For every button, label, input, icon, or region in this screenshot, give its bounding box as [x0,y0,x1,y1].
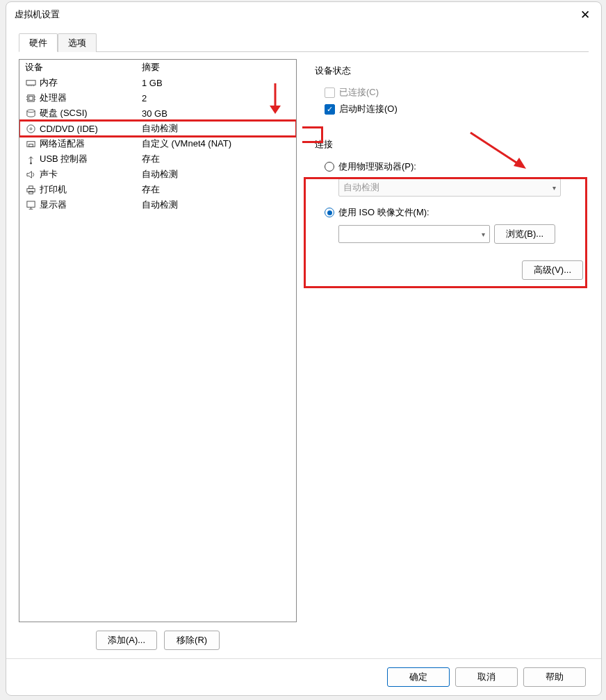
hardware-table-header: 设备 摘要 [19,60,296,75]
browse-button[interactable]: 浏览(B)... [494,224,555,244]
hardware-right-col: 设备状态 已连接(C) 启动时连接(O) 连接 使用物理驱动器(P): [311,59,589,658]
svg-rect-15 [28,144,33,147]
table-row[interactable]: 网络适配器 自定义 (VMnet4 (NAT) [19,136,296,151]
svg-rect-6 [28,96,33,100]
use-iso-radio-row[interactable]: 使用 ISO 映像文件(M): [315,203,589,222]
device-name: 网络适配器 [40,138,85,150]
device-name: USB 控制器 [40,153,88,165]
hardware-left-col: 设备 摘要 内存 1 GB 处理器 2 [19,59,297,658]
close-icon[interactable]: ✕ [580,8,590,22]
device-summary: 30 GB [140,108,296,119]
hardware-table: 设备 摘要 内存 1 GB 处理器 2 [19,59,297,622]
use-physical-radio[interactable] [325,162,334,172]
use-iso-radio[interactable] [325,208,334,217]
svg-point-13 [30,128,32,130]
tab-hardware[interactable]: 硬件 [19,33,58,52]
window-title: 虚拟机设置 [15,8,60,21]
svg-rect-3 [31,85,32,86]
device-name: 打印机 [40,183,67,196]
device-name: 处理器 [40,92,67,104]
ok-button[interactable]: 确定 [387,667,450,687]
device-name: 声卡 [40,168,58,181]
svg-rect-0 [26,80,35,85]
connection-label: 连接 [315,138,589,151]
advanced-row: 高级(V)... [315,260,589,280]
svg-point-12 [26,124,34,132]
device-name: 显示器 [40,199,67,211]
disk-icon [25,108,36,119]
use-physical-label: 使用物理驱动器(P): [338,160,416,173]
svg-rect-2 [29,85,30,86]
connection-group: 连接 使用物理驱动器(P): 自动检测 ▾ 使用 ISO 映像文件(M): [315,133,589,288]
table-row[interactable]: 显示器 自动检测 [19,197,296,212]
device-name: 硬盘 (SCSI) [40,107,88,119]
dialog-footer: 确定 取消 帮助 [6,658,601,695]
svg-rect-4 [33,85,34,86]
table-row[interactable]: 处理器 2 [19,90,296,106]
chevron-down-icon[interactable]: ▾ [482,231,485,238]
use-physical-radio-row[interactable]: 使用物理驱动器(P): [315,158,589,176]
cancel-button[interactable]: 取消 [455,667,518,687]
use-iso-label: 使用 ISO 映像文件(M): [338,206,429,219]
iso-path-input[interactable]: ▾ [338,225,490,243]
device-summary: 存在 [140,183,296,196]
advanced-button[interactable]: 高级(V)... [522,260,583,280]
display-icon [25,199,36,210]
connected-label: 已连接(C) [339,86,379,99]
sound-icon [25,169,36,180]
device-summary: 2 [140,93,296,103]
main-body: 设备 摘要 内存 1 GB 处理器 2 [19,52,589,658]
vm-settings-dialog: 虚拟机设置 ✕ 硬件 选项 设备 摘要 内存 1 G [6,1,602,696]
device-name: CD/DVD (IDE) [40,124,98,134]
table-row[interactable]: 硬盘 (SCSI) 30 GB [19,106,296,121]
svg-point-16 [30,162,32,164]
svg-rect-1 [27,85,28,86]
table-row[interactable]: USB 控制器 存在 [19,151,296,167]
iso-path-row: ▾ 浏览(B)... [338,224,589,244]
connect-at-poweron-row[interactable]: 启动时连接(O) [315,101,589,117]
table-row[interactable]: 内存 1 GB [19,75,296,90]
device-status-group: 设备状态 已连接(C) 启动时连接(O) [315,59,589,126]
connect-at-poweron-label: 启动时连接(O) [339,103,398,115]
device-summary: 自定义 (VMnet4 (NAT) [140,138,296,150]
tabs: 硬件 选项 [19,33,589,52]
device-summary: 存在 [140,153,296,165]
physical-drive-select-row: 自动检测 ▾ [338,178,589,197]
table-row[interactable]: CD/DVD (IDE) 自动检测 [19,121,296,136]
svg-rect-20 [26,201,34,206]
device-status-label: 设备状态 [315,65,589,77]
usb-icon [25,153,36,165]
col-device[interactable]: 设备 [19,61,140,74]
hw-action-buttons: 添加(A)... 移除(R) [19,622,297,658]
connected-checkbox-row: 已连接(C) [315,84,589,101]
hardware-table-body: 内存 1 GB 处理器 2 硬盘 (SCSI) 30 GB [19,75,296,212]
svg-rect-18 [28,185,33,188]
col-summary[interactable]: 摘要 [140,61,296,74]
tab-options[interactable]: 选项 [58,33,97,52]
device-summary: 自动检测 [140,199,296,211]
memory-icon [25,77,36,88]
table-row[interactable]: 打印机 存在 [19,182,296,197]
printer-icon [25,184,36,195]
titlebar: 虚拟机设置 ✕ [6,2,601,27]
device-summary: 自动检测 [140,168,296,181]
dialog-content: 硬件 选项 设备 摘要 内存 1 GB [6,27,601,658]
device-summary: 自动检测 [140,122,296,135]
connected-checkbox [325,88,335,98]
svg-point-11 [26,109,34,112]
physical-drive-select: 自动检测 ▾ [338,178,561,197]
cpu-icon [25,92,36,103]
physical-drive-value: 自动检测 [343,181,379,194]
chevron-down-icon: ▾ [552,184,556,192]
remove-button[interactable]: 移除(R) [164,631,220,650]
add-button[interactable]: 添加(A)... [96,631,157,650]
nic-icon [25,138,36,149]
connect-at-poweron-checkbox[interactable] [325,104,335,115]
help-button[interactable]: 帮助 [523,667,586,687]
table-row[interactable]: 声卡 自动检测 [19,167,296,182]
device-name: 内存 [40,76,58,89]
cd-icon [25,123,36,134]
device-summary: 1 GB [140,78,296,88]
